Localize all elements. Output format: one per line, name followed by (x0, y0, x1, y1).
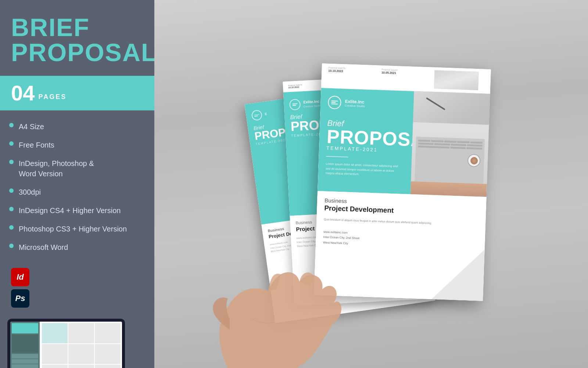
pages-banner: 04 PAGES (0, 76, 154, 110)
laptop-sidebar-preview (10, 322, 40, 368)
bullet-icon (9, 225, 14, 230)
indesign-icon: Id (11, 268, 29, 286)
laptop-screen (10, 322, 122, 368)
proposal-stack: E Brief PROPOSAL TEMPLATE-2021 Business … (230, 63, 560, 339)
main-title: BRIEF PROPOSAL (11, 15, 143, 65)
bullet-icon (9, 123, 14, 127)
pencil (426, 97, 445, 110)
feature-text: Microsoft Word (19, 242, 68, 252)
feature-text: A4 Size (19, 121, 44, 132)
bullet-icon (9, 160, 14, 164)
list-item: Photoshop CS3 + Higher Version (9, 224, 143, 234)
list-item: InDesign CS4 + Higher Version (9, 205, 143, 216)
book-description: Lorem ipsum dolor sit amet, consectetur … (325, 162, 399, 178)
proposals-container: E Brief PROPOSAL TEMPLATE-2021 Business … (184, 0, 588, 368)
bullet-icon (9, 244, 14, 248)
software-icons-area: Id Ps (0, 268, 154, 315)
list-item: 300dpi (9, 187, 143, 197)
book-front: Proposal Valid To 10.10.2022 Proposal Is… (314, 63, 491, 301)
photoshop-icon: Ps (11, 289, 29, 308)
bullet-icon (9, 141, 14, 146)
book-logo-circle (328, 96, 341, 109)
book-divider (326, 156, 348, 158)
book-teal-section: Exlite.Inc Creative Studio Brief PROPOSA… (318, 88, 490, 197)
book-triangle-decoration (431, 248, 485, 301)
list-item: Microsoft Word (9, 242, 143, 252)
book-company: Exlite.Inc Creative Studio (345, 99, 365, 108)
bullet-icon (9, 188, 14, 193)
feature-text: InDesign CS4 + Higher Version (19, 205, 121, 216)
laptop-content-preview (40, 322, 122, 368)
feature-text: Free Fonts (19, 140, 54, 150)
pages-label: PAGES (39, 93, 67, 104)
sidebar: BRIEF PROPOSAL 04 PAGES A4 Size Free Fon… (0, 0, 154, 368)
feature-text: 300dpi (19, 187, 41, 197)
sidebar-title-area: BRIEF PROPOSAL (0, 0, 154, 76)
pages-number: 04 (11, 82, 35, 104)
list-item: Free Fonts (9, 140, 143, 150)
laptop-preview-area: W (0, 315, 154, 368)
features-list: A4 Size Free Fonts InDesign, Photoshop &… (0, 110, 154, 268)
book-body-text: Quis tincidunt id aliquet risus feugiat … (324, 217, 478, 227)
book-white-section: Business Project Development Quis tincid… (314, 191, 487, 301)
book-cover-photo-thumb (434, 70, 479, 90)
bullet-icon (9, 207, 14, 211)
book-contact: www.exliteinc.com Inter Ocean City, 2nd … (323, 229, 478, 251)
book-photo-overlay (410, 91, 490, 197)
list-item: InDesign, Photoshop &Word Version (9, 158, 143, 179)
list-item: A4 Size (9, 121, 143, 132)
main-content: E Brief PROPOSAL TEMPLATE-2021 Business … (154, 0, 588, 368)
feature-text: InDesign, Photoshop &Word Version (19, 158, 94, 179)
feature-text: Photoshop CS3 + Higher Version (19, 224, 127, 234)
laptop-frame (7, 319, 125, 368)
